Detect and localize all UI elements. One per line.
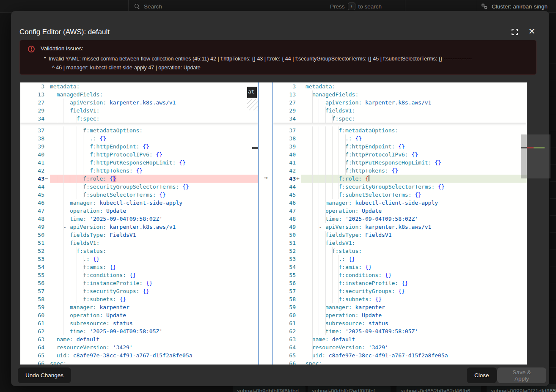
code-line[interactable]: 48 time: '2025-09-04T09:58:02Z'	[20, 215, 258, 223]
diff-sign	[44, 239, 50, 247]
code-line[interactable]: 49 - apiVersion: karpenter.k8s.aws/v1	[273, 223, 527, 231]
revert-change-arrow-icon[interactable]: →	[261, 174, 270, 181]
diff-sign	[296, 327, 301, 335]
code-line[interactable]: 64 resourceVersion: '3429'	[20, 343, 258, 351]
diff-original-pane[interactable]: 37 f:metadataOptions:38 .: {}39 f:httpEn…	[20, 82, 258, 365]
code-line[interactable]: 49 - apiVersion: karpenter.k8s.aws/v1	[20, 223, 258, 231]
overview-ruler-mark	[252, 147, 258, 149]
code-line[interactable]: 59 manager: karpenter	[273, 303, 527, 311]
diff-sign	[44, 263, 50, 271]
code-line[interactable]: 48 time: '2025-09-04T09:58:02Z'	[273, 215, 527, 223]
line-number: 13	[20, 90, 44, 99]
code-line[interactable]: 56 f:instanceProfile: {}	[20, 279, 258, 287]
code-line[interactable]: 53 .: {}	[273, 255, 527, 263]
close-button[interactable]: ✕	[528, 27, 536, 36]
diff-sign	[44, 359, 50, 365]
scrollbar-slider[interactable]	[521, 134, 550, 178]
code-line[interactable]: 58 f:subnets: {}	[20, 295, 258, 303]
code-text: operation: Update	[50, 311, 258, 319]
code-line[interactable]: 37 f:metadataOptions:	[20, 126, 258, 134]
code-line[interactable]: 42 f:httpTokens: {}	[273, 167, 527, 175]
code-line[interactable]: 45 f:subnetSelectorTerms: {}	[20, 191, 258, 199]
code-text: subresource: status	[301, 319, 527, 327]
code-line[interactable]: 64 resourceVersion: '3429'	[273, 343, 527, 351]
code-line[interactable]: 66spec:	[273, 359, 527, 365]
code-line[interactable]: 62 time: '2025-09-04T09:58:05Z'	[273, 327, 527, 335]
editor-sash[interactable]: →	[258, 82, 273, 365]
code-line[interactable]: 57 f:securityGroups: {}	[20, 287, 258, 295]
code-text: f:amis: {}	[301, 263, 527, 271]
code-line[interactable]: 63 name: default	[20, 335, 258, 343]
code-line[interactable]: 55 f:conditions: {}	[273, 271, 527, 279]
code-line[interactable]: 38 .: {}	[20, 134, 258, 143]
code-line[interactable]: 44 f:securityGroupSelectorTerms: {}	[273, 183, 527, 191]
code-line[interactable]: 39 f:httpEndpoint: {}	[20, 143, 258, 151]
line-number: 64	[273, 343, 296, 351]
code-line[interactable]: 65 uid: c8afe97e-38cc-4f91-a767-d15f2a8f…	[273, 351, 527, 359]
fullscreen-button[interactable]	[511, 28, 519, 36]
press-label: Press	[330, 3, 345, 10]
code-line[interactable]: 54 f:amis: {}	[273, 263, 527, 271]
code-line[interactable]: 61 subresource: status	[273, 319, 527, 327]
code-line[interactable]: 43+ f:role: {	[273, 175, 527, 183]
undo-changes-button[interactable]: Undo Changes	[18, 367, 71, 383]
code-line[interactable]: 59 manager: karpenter	[20, 303, 258, 311]
save-apply-button[interactable]: Save & Apply	[497, 367, 546, 383]
code-line[interactable]: 51 fieldsV1:	[20, 239, 258, 247]
code-line[interactable]: 47 operation: Update	[20, 207, 258, 215]
code-line[interactable]: 60 operation: Update	[273, 311, 527, 319]
code-line[interactable]: 41 f:httpPutResponseHopLimit: {}	[20, 159, 258, 167]
code-line[interactable]: 51 fieldsV1:	[273, 239, 527, 247]
line-number: 54	[20, 263, 44, 271]
code-line[interactable]: 53 .: {}	[20, 255, 258, 263]
code-line[interactable]: 45 f:subnetSelectorTerms: {}	[273, 191, 527, 199]
line-number: 52	[273, 247, 296, 255]
search-input[interactable]	[144, 3, 305, 10]
code-text: f:httpEndpoint: {}	[50, 143, 258, 151]
code-line[interactable]: 47 operation: Update	[273, 207, 527, 215]
close-footer-button[interactable]: Close	[467, 367, 497, 383]
diff-modified-pane[interactable]: 37 f:metadataOptions:38 .: {}39 f:httpEn…	[273, 82, 527, 365]
diff-sign	[296, 99, 301, 107]
code-line[interactable]: 44 f:securityGroupSelectorTerms: {}	[20, 183, 258, 191]
code-text: f:spec:	[301, 115, 527, 123]
code-line[interactable]: 52 f:status:	[273, 247, 527, 255]
code-line[interactable]: 61 subresource: status	[20, 319, 258, 327]
code-line[interactable]: 37 f:metadataOptions:	[273, 126, 527, 134]
code-line[interactable]: 66spec:	[20, 359, 258, 365]
code-line[interactable]: 42 f:httpTokens: {}	[20, 167, 258, 175]
code-line[interactable]: 38 .: {}	[273, 134, 527, 143]
line-number: 62	[20, 327, 44, 335]
code-line[interactable]: 57 f:securityGroups: {}	[273, 287, 527, 295]
code-line[interactable]: 54 f:amis: {}	[20, 263, 258, 271]
code-line[interactable]: 55 f:conditions: {}	[20, 271, 258, 279]
code-line[interactable]: 63 name: default	[273, 335, 527, 343]
code-line[interactable]: 46 manager: kubectl-client-side-apply	[273, 199, 527, 207]
code-text: f:role: {	[301, 175, 527, 183]
code-line[interactable]: 62 time: '2025-09-04T09:58:05Z'	[20, 327, 258, 335]
code-text: f:securityGroups: {}	[301, 287, 527, 295]
sticky-scroll-header: 3metadata:13 managedFields:27 - apiVersi…	[273, 82, 527, 123]
code-text: resourceVersion: '3429'	[50, 343, 258, 351]
code-line[interactable]: 40 f:httpProtocolIPv6: {}	[273, 151, 527, 159]
code-line[interactable]: 43− f:role: {}	[20, 175, 258, 183]
code-line[interactable]: 39 f:httpEndpoint: {}	[273, 143, 527, 151]
code-line[interactable]: 46 manager: kubectl-client-side-apply	[20, 199, 258, 207]
code-line[interactable]: 60 operation: Update	[20, 311, 258, 319]
line-number: 3	[273, 82, 296, 90]
diff-sign	[44, 255, 50, 263]
line-number: 53	[273, 255, 296, 263]
code-line[interactable]: 40 f:httpProtocolIPv6: {}	[20, 151, 258, 159]
code-line[interactable]: 52 f:status:	[20, 247, 258, 255]
code-line[interactable]: 56 f:instanceProfile: {}	[273, 279, 527, 287]
code-line[interactable]: 50 fieldsType: FieldsV1	[20, 231, 258, 239]
line-number: 3	[20, 82, 44, 90]
hatch-pattern	[247, 99, 258, 110]
code-line[interactable]: 50 fieldsType: FieldsV1	[273, 231, 527, 239]
code-line[interactable]: 65 uid: c8afe97e-38cc-4f91-a767-d15f2a8f…	[20, 351, 258, 359]
code-line[interactable]: 58 f:subnets: {}	[273, 295, 527, 303]
yaml-diff-editor[interactable]: 37 f:metadataOptions:38 .: {}39 f:httpEn…	[20, 82, 527, 365]
code-text: fieldsType: FieldsV1	[50, 231, 258, 239]
line-number: 56	[20, 279, 44, 287]
code-line[interactable]: 41 f:httpPutResponseHopLimit: {}	[273, 159, 527, 167]
